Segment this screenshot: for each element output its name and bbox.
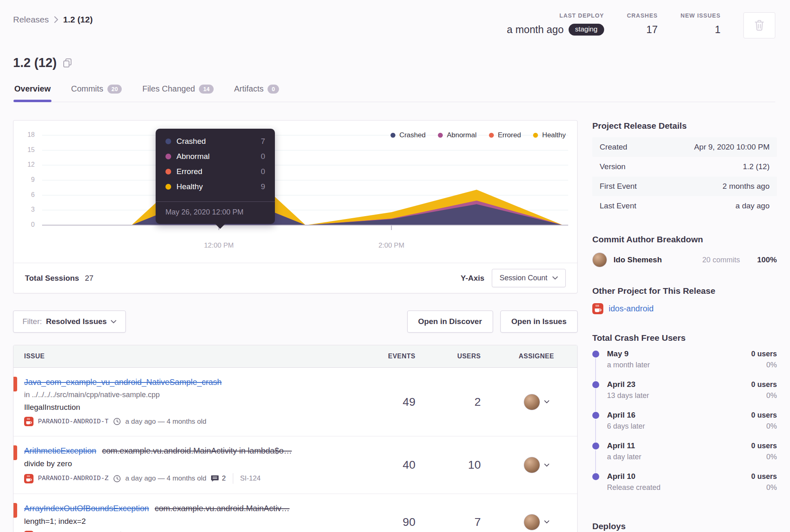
issue-events-count: 40 (361, 458, 430, 472)
tab-commits[interactable]: Commits 20 (70, 84, 123, 102)
crashes-label: CRASHES (627, 12, 658, 19)
tooltip-arrow (215, 224, 225, 229)
issue-title-link[interactable]: ArithmeticException (24, 446, 96, 455)
issue-users-count: 7 (430, 516, 495, 529)
comment-icon (211, 475, 219, 482)
chevron-down-icon (552, 276, 558, 280)
issue-age: a day ago — 4 months old (125, 418, 206, 426)
tab-files-changed[interactable]: Files Changed 14 (141, 84, 214, 102)
tooltip-row-errored: Errored 0 (165, 167, 265, 176)
chevron-down-icon[interactable] (544, 463, 549, 467)
issue-location: in ../../../../src/main/cpp/native-sampl… (24, 391, 361, 399)
issues-filter-dropdown[interactable]: Filter: Resolved Issues (13, 311, 126, 333)
healthy-dot-icon (533, 133, 538, 138)
copy-version-icon[interactable] (62, 58, 72, 68)
y-axis-tick-label: 0 (15, 221, 35, 228)
chevron-down-icon[interactable] (544, 400, 549, 404)
project-release-details-section: Project Release Details Created Apr 9, 2… (592, 121, 777, 216)
total-sessions-label: Total Sessions (25, 274, 79, 283)
timeline-dot-icon (592, 443, 599, 449)
issue-message: length=1; index=2 (24, 517, 361, 526)
java-platform-icon (24, 474, 33, 483)
yaxis-label: Y-Axis (461, 274, 484, 283)
tooltip-row-abnormal: Abnormal 0 (165, 152, 265, 161)
author-row: Ido Shemesh 20 commits 100% (592, 253, 777, 267)
author-commit-count: 20 commits (702, 256, 740, 264)
stat-last-deploy: LAST DEPLOY a month ago staging (507, 12, 604, 36)
y-axis-labels: 0369121518 (19, 131, 39, 237)
list-item: April 100 users Release created0% (592, 472, 777, 503)
list-item: April 230 users 13 days later0% (592, 380, 777, 411)
legend-item-crashed[interactable]: Crashed (391, 131, 426, 139)
yaxis-select[interactable]: Session Count (492, 269, 566, 287)
timeline-dot-icon (592, 381, 599, 388)
issue-message: divide by zero (24, 459, 361, 468)
y-axis-tick-label: 15 (15, 146, 35, 154)
chevron-down-icon[interactable] (544, 520, 549, 524)
issue-title-link[interactable]: Java_com_example_vu_android_NativeSample… (24, 378, 222, 387)
chart-legend: Crashed Abnormal Errored Healthy (391, 131, 566, 139)
java-platform-icon (592, 303, 603, 314)
stat-crashes: CRASHES 17 (627, 12, 658, 36)
detail-row-version: Version 1.2 (12) (592, 157, 777, 177)
issue-title-link[interactable]: ArrayIndexOutOfBoundsException (24, 504, 149, 513)
breadcrumb-releases-link[interactable]: Releases (13, 15, 49, 25)
commit-author-breakdown-section: Commit Author Breakdown Ido Shemesh 20 c… (592, 235, 777, 267)
list-item: May 90 users a month later0% (592, 349, 777, 380)
other-project-section: Other Project for This Release idos-andr… (592, 286, 777, 314)
open-in-discover-button[interactable]: Open in Discover (407, 311, 493, 333)
sessions-chart[interactable] (42, 131, 568, 237)
tooltip-timestamp: May 26, 2020 12:00 PM (156, 201, 275, 224)
column-assignee: ASSIGNEE (495, 353, 577, 360)
healthy-dot-icon (165, 184, 171, 190)
column-issue: ISSUE (13, 353, 361, 360)
issues-table-header: ISSUE EVENTS USERS ASSIGNEE (13, 345, 577, 368)
chevron-down-icon (111, 320, 116, 324)
table-row: Java_com_example_vu_android_NativeSample… (13, 368, 577, 436)
x-axis-labels: 12:00 PM2:00 PM (42, 241, 568, 256)
errored-dot-icon (165, 169, 171, 174)
project-tag: PARANOID-ANDROID-Z (38, 475, 109, 482)
issue-users-count: 2 (430, 396, 495, 409)
release-tabs: Overview Commits 20 Files Changed 14 Art… (13, 84, 775, 102)
issue-users-count: 10 (430, 458, 495, 472)
total-sessions-value: 27 (85, 274, 94, 283)
author-name: Ido Shemesh (614, 255, 696, 264)
last-deploy-label: LAST DEPLOY (507, 12, 604, 19)
issues-controls: Filter: Resolved Issues Open in Discover… (13, 311, 578, 333)
clock-icon (113, 475, 121, 483)
tooltip-row-crashed: Crashed 7 (165, 137, 265, 146)
detail-row-first-event: First Event 2 months ago (592, 177, 777, 196)
assignee-avatar[interactable] (524, 457, 540, 473)
tab-overview[interactable]: Overview (13, 84, 51, 102)
tab-artifacts[interactable]: Artifacts 0 (233, 84, 280, 102)
legend-item-healthy[interactable]: Healthy (533, 131, 566, 139)
project-tag: PARANOID-ANDROID-T (38, 418, 109, 425)
legend-item-abnormal[interactable]: Abnormal (438, 131, 477, 139)
author-avatar (592, 253, 607, 267)
artifacts-count-badge: 0 (268, 85, 279, 94)
table-row: ArithmeticExceptioncom.example.vu.androi… (13, 436, 577, 494)
legend-item-errored[interactable]: Errored (489, 131, 521, 139)
section-heading: Project Release Details (592, 121, 777, 131)
assignee-avatar[interactable] (524, 514, 540, 530)
open-in-issues-button[interactable]: Open in Issues (500, 311, 578, 333)
other-project-link[interactable]: idos-android (609, 304, 654, 313)
environment-badge: staging (569, 24, 604, 36)
abnormal-dot-icon (438, 133, 443, 138)
total-crash-free-users-section: Total Crash Free Users May 90 users a mo… (592, 333, 777, 503)
y-axis-tick-label: 9 (15, 176, 35, 183)
deploys-section: Deploys (592, 521, 777, 531)
issue-age: a day ago — 4 months old (125, 474, 206, 483)
comments-link[interactable]: 2 (211, 474, 225, 483)
issues-table: ISSUE EVENTS USERS ASSIGNEE Java_com_exa… (13, 345, 578, 532)
abnormal-dot-icon (165, 154, 171, 159)
breadcrumb: Releases 1.2 (12) (13, 12, 93, 25)
delete-release-button[interactable] (743, 12, 775, 38)
issue-message: IllegalInstruction (24, 403, 361, 412)
assignee-avatar[interactable] (524, 394, 540, 410)
list-item: April 160 users 6 days later0% (592, 411, 777, 441)
new-issues-label: NEW ISSUES (681, 12, 721, 19)
sessions-chart-card: 0369121518 12:00 PM2:00 PM Crashed Abnor… (13, 120, 578, 293)
section-heading: Other Project for This Release (592, 286, 777, 296)
